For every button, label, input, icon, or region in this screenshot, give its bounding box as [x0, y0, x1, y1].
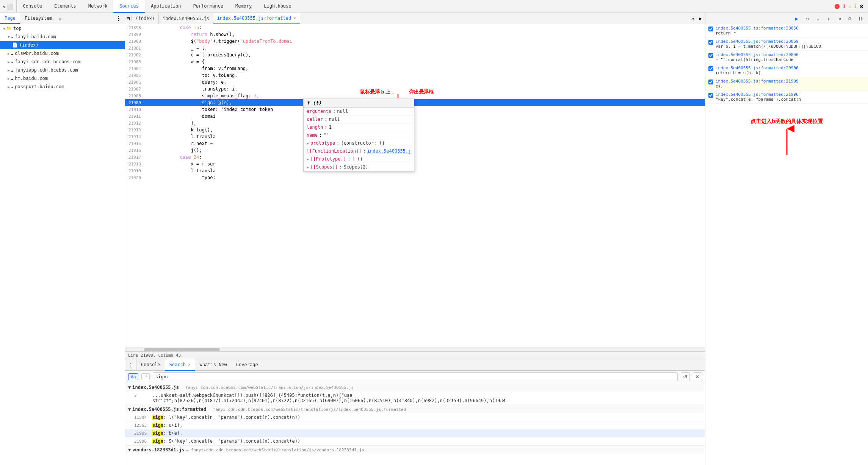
tree-arrow-top: ▼: [3, 27, 5, 31]
tab-lighthouse[interactable]: Lighthouse: [258, 0, 297, 13]
search-match-item[interactable]: 2 ...unkcat=self.webpackChunkcat[]).push…: [125, 392, 705, 405]
tree-item-passport[interactable]: ▶ ☁ passport.baidu.com: [0, 83, 125, 91]
tooltip-key-length: length: [307, 125, 323, 130]
tree-item-fanyi-cdn[interactable]: ▶ ☁ fanyi-cdn.cdn.bcebos.com: [0, 58, 125, 66]
close-formatted-tab[interactable]: ✕: [293, 16, 296, 20]
bp-checkbox-20856[interactable]: [708, 27, 713, 31]
tooltip-row-proto2[interactable]: ▶ [[Prototype]] : f (): [304, 155, 414, 163]
bp-checkbox-20906[interactable]: [708, 66, 713, 71]
step-into-btn[interactable]: ↓: [813, 14, 823, 23]
sidebar-tab-page[interactable]: Page: [0, 13, 20, 24]
source-tab-formatted[interactable]: index.5e400555.js:formatted ✕: [213, 13, 300, 24]
tree-item-fanyi[interactable]: ▼ ☁ fanyi.baidu.com: [0, 33, 125, 41]
bp-filename-20856[interactable]: index.5e400555.js:formatted:20856: [716, 26, 865, 31]
bp-filename-20896[interactable]: index.5e400555.js:formatted:20896: [716, 52, 865, 57]
bp-text-20896: index.5e400555.js:formatted:20896 = "".c…: [716, 52, 865, 62]
match-num-21909: 21909: [134, 431, 149, 436]
bp-code-20869: var o, i = t.match(/[\uD800-\uDBFF][\uDC…: [716, 44, 865, 49]
bp-code-21909: e),: [716, 84, 865, 89]
bp-filename-20906[interactable]: index.5e400555.js:formatted:20906: [716, 66, 865, 70]
tree-item-hm[interactable]: ▶ ☁ hm.baidu.com: [0, 74, 125, 83]
sidebar-menu-icon[interactable]: ⋮: [114, 15, 123, 22]
sidebar-tab-filesystem[interactable]: Filesystem: [20, 13, 56, 24]
search-group-header-1[interactable]: ▼ index.5e400555.js — fanyi-cdn.cdn.bceb…: [125, 383, 705, 392]
tooltip-link-fnloc[interactable]: index.5e400555.j: [367, 148, 411, 154]
step-btn[interactable]: ⇥: [835, 14, 844, 23]
bp-text-20869: index.5e400555.js:formatted:20869 var o,…: [716, 39, 865, 49]
tooltip-popup: f (t) arguments : null caller : null len…: [303, 98, 414, 172]
sidebar-more-btn[interactable]: »: [56, 13, 64, 24]
settings-icon[interactable]: ⚙: [860, 3, 863, 10]
search-regex[interactable]: .*: [141, 373, 149, 380]
tree-arrow-passport: ▶: [8, 85, 10, 89]
tab-performance[interactable]: Performance: [187, 0, 229, 13]
tab-console[interactable]: Console: [17, 0, 48, 13]
code-line: 21912 },: [125, 120, 705, 126]
source-tab-index[interactable]: (index): [132, 13, 159, 24]
bottom-tab-console[interactable]: Console: [136, 359, 165, 371]
bottom-tab-whatsnew[interactable]: What's New: [195, 359, 232, 371]
bp-filename-21909[interactable]: index.5e400555.js:formatted:21909: [716, 79, 865, 84]
tooltip-key-prototype: prototype: [310, 140, 335, 146]
search-match-item-12563[interactable]: 12563 sign: u(i),: [125, 421, 705, 429]
bp-checkbox-21996[interactable]: [708, 93, 713, 98]
code-content[interactable]: 21898 case 15: 21899 return h.show(), 21…: [125, 24, 705, 347]
format-icon[interactable]: ▶: [699, 16, 702, 21]
bp-text-20906: index.5e400555.js:formatted:20906 return…: [716, 66, 865, 75]
search-group-header-2[interactable]: ▼ index.5e400555.js:formatted — fanyi-cd…: [125, 405, 705, 414]
resume-btn[interactable]: ▶: [792, 14, 801, 23]
search-case-sensitive[interactable]: Aa: [128, 373, 138, 380]
tree-item-dlswbr[interactable]: ▶ ☁ dlswbr.baidu.com: [0, 49, 125, 58]
search-cancel[interactable]: ✕: [693, 372, 702, 381]
bp-code-21996: "key".concat(e, "params").concat(n: [716, 97, 865, 102]
bp-filename-20869[interactable]: index.5e400555.js:formatted:20869: [716, 39, 865, 44]
match-text-21909: sign: b(e),: [152, 431, 702, 436]
tab-elements[interactable]: Elements: [48, 0, 82, 13]
search-match-item-21909[interactable]: 21909 sign: b(e),: [125, 429, 705, 437]
tree-arrow-hm: ▶: [8, 76, 10, 81]
sidebar-actions: ⋮: [113, 13, 125, 24]
bp-checkbox-20869[interactable]: [708, 40, 713, 45]
match-num-11584: 11584: [134, 415, 149, 420]
code-line: 21915 r.next =: [125, 140, 705, 147]
tab-application[interactable]: Application: [145, 0, 187, 13]
folder-icon: 📁: [6, 26, 12, 31]
group-filename-2: index.5e400555.js:formatted: [132, 407, 206, 412]
tooltip-row-caller: caller : null: [304, 115, 414, 123]
tab-sources[interactable]: Sources: [113, 0, 145, 13]
search-group-header-3[interactable]: ▼ vendors.182333d1.js — fanyi-cdn.cdn.bc…: [125, 446, 705, 454]
code-line: 21908 simple_means_flag: 3,: [125, 92, 705, 99]
code-line: 21902 e = l.processQuery(e),: [125, 51, 705, 58]
source-layout-icon[interactable]: ⊟: [127, 16, 130, 22]
more-tabs-icon[interactable]: »: [691, 16, 694, 22]
close-search-tab[interactable]: ✕: [188, 362, 191, 367]
pause-btn[interactable]: ⏸: [856, 14, 865, 23]
search-match-item-21996[interactable]: 21996 sign: S("key".concat(e, "params").…: [125, 437, 705, 445]
bottom-tab-menu[interactable]: ⋮: [125, 359, 136, 370]
tree-item-fanyiapp[interactable]: ▶ ☁ fanyiapp.cdn.bcebos.com: [0, 66, 125, 74]
search-match-item-11584[interactable]: 11584 sign: l("key".concat(n, "params").…: [125, 414, 705, 421]
tree-label-index: (index): [19, 42, 39, 48]
tooltip-row-prototype[interactable]: ▶ prototype : {constructor: f}: [304, 139, 414, 147]
search-refresh[interactable]: ↺: [681, 372, 690, 381]
bp-filename-21996[interactable]: index.5e400555.js:formatted:21996: [716, 92, 865, 97]
tree-item-index[interactable]: 📄 (index): [0, 41, 125, 49]
tree-item-top[interactable]: ▼ 📁 top: [0, 24, 125, 33]
bp-checkbox-20896[interactable]: [708, 53, 713, 58]
search-input[interactable]: [153, 372, 678, 381]
step-out-btn[interactable]: ↑: [824, 14, 833, 23]
bottom-tab-search[interactable]: Search ✕: [165, 359, 195, 371]
code-line: 21914 l.transla: [125, 133, 705, 140]
bp-checkbox-21909[interactable]: [708, 80, 713, 84]
horizontal-scrollbar[interactable]: [125, 347, 705, 351]
source-tab-js[interactable]: index.5e400555.js: [159, 13, 213, 24]
bottom-tab-coverage[interactable]: Coverage: [232, 359, 263, 371]
tab-memory[interactable]: Memory: [229, 0, 258, 13]
step-over-btn[interactable]: ↪: [803, 14, 812, 23]
deactivate-btn[interactable]: ⊘: [845, 14, 854, 23]
group-filename-1: index.5e400555.js: [132, 385, 179, 390]
tooltip-row-scopes[interactable]: ▶ [[Scopes]] : Scopes[2]: [304, 163, 414, 171]
tooltip-val-caller: null: [329, 117, 340, 122]
tab-network[interactable]: Network: [82, 0, 114, 13]
code-line: 21901 _ = l,: [125, 45, 705, 51]
